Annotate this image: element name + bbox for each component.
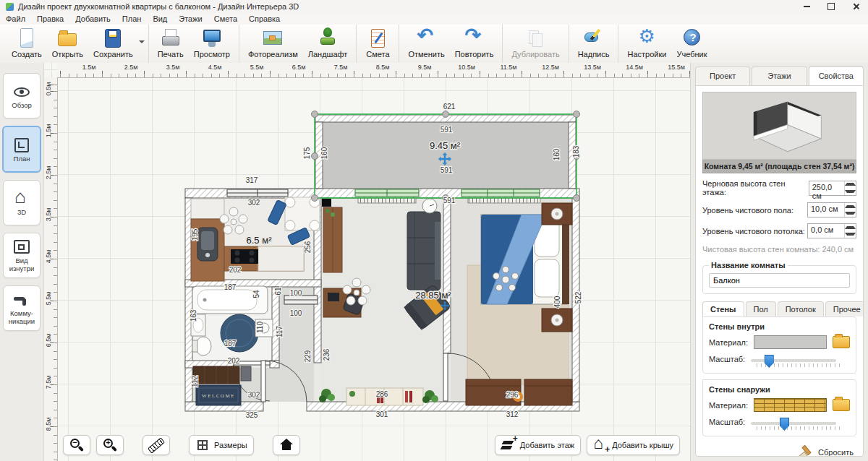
redo-button[interactable]: Повторить [450, 25, 499, 60]
spinner-0[interactable]: 250,0 см [809, 181, 856, 196]
menu-Правка[interactable]: Правка [31, 14, 69, 24]
print-button[interactable]: Печать [153, 25, 189, 60]
plan-canvas[interactable]: 1.5м2.5м3.5м4.5м5.5м6.5м7.5м8.5м9.5м10.5… [44, 63, 690, 461]
estimate-button[interactable]: Смета [360, 25, 395, 60]
spinner-down-button[interactable] [845, 188, 856, 195]
radiator [468, 198, 540, 203]
walls-inside-material-swatch[interactable] [754, 335, 827, 349]
dimension-label: 302 [248, 391, 260, 399]
menu-Этажи[interactable]: Этажи [173, 14, 208, 24]
print-icon [158, 27, 183, 50]
maximize-button[interactable] [819, 0, 843, 13]
menu-Файл[interactable]: Файл [0, 14, 31, 24]
zoom-in-button[interactable]: + [96, 435, 124, 455]
dimension-label: 117 [276, 326, 284, 337]
toolbar-group: Надпись [569, 25, 619, 63]
toolbar-group: ОтменитьПовторить [399, 25, 503, 63]
annotation-label: Надпись [578, 50, 610, 59]
material-tab-Пол[interactable]: Пол [746, 301, 776, 316]
reset-row[interactable]: Сбросить [702, 445, 856, 457]
menu-Вид[interactable]: Вид [147, 14, 173, 24]
dimension-label: 312 [506, 410, 519, 418]
redo-icon [462, 27, 487, 50]
dimensions-button[interactable]: Размеры [189, 435, 254, 455]
photorealism-button[interactable]: Фотореализм [243, 25, 303, 60]
duplicate-button[interactable]: Дублировать [506, 25, 564, 60]
spinner-1[interactable]: 10,0 см [807, 202, 856, 217]
eye-icon [11, 83, 33, 100]
sidebar-item-plan[interactable]: План [2, 126, 41, 173]
new-document-button[interactable]: Создать [7, 25, 47, 60]
duplicate-label: Дублировать [511, 50, 559, 59]
tab-Проект[interactable]: Проект [695, 66, 750, 85]
sidebar-item-eye[interactable]: Обзор [3, 73, 41, 119]
tv [322, 199, 331, 207]
sidebar-item-faucet[interactable]: Комму- никации [3, 285, 41, 331]
close-icon [852, 3, 859, 10]
home-button[interactable] [273, 435, 300, 455]
menu-Справка[interactable]: Справка [243, 14, 286, 24]
spinner-down-button[interactable] [845, 231, 856, 238]
spinner-2[interactable]: 0,0 см [807, 223, 856, 238]
new-document-icon [14, 27, 39, 50]
save-button[interactable]: Сохранить [88, 25, 138, 60]
room-name-input[interactable] [709, 273, 850, 288]
menu-План[interactable]: План [116, 14, 148, 24]
toolbar-group: СоздатьОткрытьСохранить [3, 25, 149, 63]
dimension-label: 325 [246, 411, 258, 419]
menu-Смета[interactable]: Смета [208, 14, 243, 24]
floor-plan[interactable]: 6215919.45 м²5911601751601833173021956.5… [44, 63, 690, 460]
panel-tabs: ПроектЭтажиСвойства [691, 63, 868, 85]
walls-outside-scale-slider[interactable] [751, 422, 836, 425]
sidebar-item-house-3d[interactable]: 3D [3, 180, 41, 225]
landscape-button[interactable]: Ландшафт [303, 25, 353, 60]
monitor-button[interactable]: Просмотр [189, 25, 235, 60]
tutorial-label: Учебник [676, 50, 707, 59]
material-tab-Стены[interactable]: Стены [702, 301, 744, 316]
measure-button[interactable] [142, 435, 170, 455]
material-tab-Прочее[interactable]: Прочее [825, 301, 864, 316]
spinner-up-button[interactable] [845, 181, 856, 189]
add-roof-button[interactable]: Добавить крышу [587, 435, 680, 455]
folder-icon[interactable] [833, 399, 850, 411]
annotation-button[interactable]: Надпись [573, 25, 615, 60]
material-tabs: СтеныПолПотолокПрочее [702, 301, 856, 316]
tutorial-icon [679, 27, 704, 50]
undo-button[interactable]: Отменить [403, 25, 449, 60]
menu-Добавить[interactable]: Добавить [69, 14, 116, 24]
ruler-top-label: 9.5м [418, 64, 432, 71]
spinner-down-button[interactable] [845, 210, 856, 217]
add-roof-icon [593, 438, 608, 452]
dimensions-label: Размеры [214, 441, 247, 449]
ruler-top-label: 5.5м [250, 64, 264, 71]
add-floor-button[interactable]: Добавить этаж [495, 435, 581, 455]
tab-Этажи[interactable]: Этажи [752, 66, 807, 85]
spinner-up-button[interactable] [845, 203, 856, 210]
dimension-label: 100 [290, 289, 302, 297]
material-tab-Потолок[interactable]: Потолок [778, 301, 824, 316]
scale-label: Масштаб: [709, 355, 745, 363]
dimension-label: 296 [506, 391, 519, 399]
spinner-up-button[interactable] [845, 224, 856, 231]
walls-inside-scale-slider[interactable] [751, 359, 836, 362]
sidebar-item-interior-view[interactable]: Вид изнутри [3, 233, 41, 278]
add-floor-icon [501, 438, 516, 452]
minimize-button[interactable] [794, 0, 819, 13]
walls-outside-material-swatch[interactable] [754, 398, 827, 412]
zoom-out-button[interactable]: − [63, 435, 90, 455]
tab-Свойства[interactable]: Свойства [809, 66, 864, 85]
settings-gear-button[interactable]: Настройки [622, 25, 671, 60]
ruler-top-label: 6.5м [292, 64, 306, 71]
save-dropdown-caret[interactable] [139, 40, 145, 46]
window-title: Дизайн проект двухкомнатной квартиры с б… [18, 2, 299, 11]
properties-panel: ПроектЭтажиСвойства Комната 9,45 м² (пло… [690, 63, 868, 461]
ruler-top-label: 4.5м [208, 64, 222, 71]
open-folder-button[interactable]: Открыть [47, 25, 88, 60]
folder-icon[interactable] [833, 336, 850, 348]
close-button[interactable] [843, 0, 868, 13]
spinner-value: 10,0 см [808, 203, 844, 217]
tutorial-button[interactable]: Учебник [671, 25, 712, 60]
dimension-label: 110 [256, 322, 264, 333]
room-preview-drawing [707, 95, 852, 157]
walls-outside-group: Стены снаружи Материал: Масштаб: [702, 379, 856, 436]
